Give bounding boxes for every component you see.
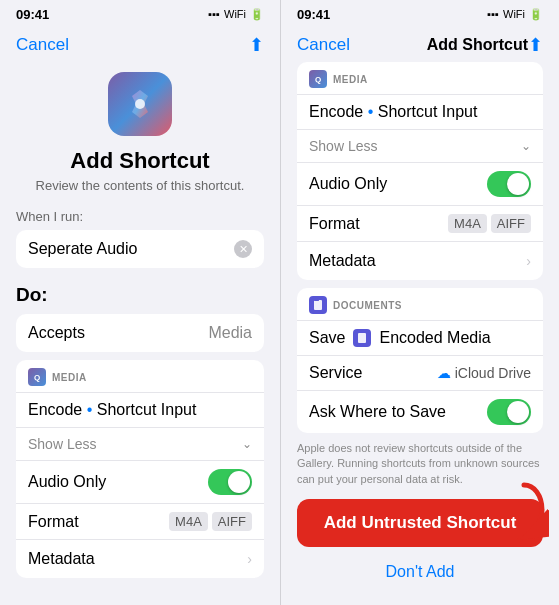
accepts-label: Accepts: [28, 324, 85, 342]
signal-icon: ▪▪▪: [208, 8, 220, 20]
left-cancel-button[interactable]: Cancel: [16, 34, 69, 56]
shortcuts-app-icon: [122, 86, 158, 122]
right-format-badge-m4a: M4A: [448, 214, 487, 233]
right-status-icons: ▪▪▪ WiFi 🔋: [487, 8, 543, 21]
disclaimer-text: Apple does not review shortcuts outside …: [297, 441, 543, 487]
shortcut-name-input[interactable]: [28, 240, 234, 258]
dont-add-button[interactable]: Don't Add: [281, 555, 559, 589]
left-title: Add Shortcut: [0, 148, 280, 174]
left-time: 09:41: [16, 7, 49, 22]
right-format-label: Format: [309, 215, 360, 233]
when-label: When I run:: [0, 209, 280, 224]
service-name: iCloud Drive: [455, 365, 531, 381]
dont-add-label: Don't Add: [386, 563, 455, 580]
wifi-icon: WiFi: [224, 8, 246, 20]
docs-section-label: DOCUMENTS: [333, 300, 402, 311]
shortcut-name-input-row: ✕: [16, 230, 264, 268]
icloud-icon: ☁: [437, 365, 451, 381]
right-audio-only-toggle[interactable]: [487, 171, 531, 197]
svg-rect-1: [314, 300, 322, 310]
right-battery-icon: 🔋: [529, 8, 543, 21]
left-show-less-text: Show Less: [28, 436, 96, 452]
right-media-badge-icon: Q: [309, 70, 327, 88]
right-time: 09:41: [297, 7, 330, 22]
save-text: Save: [309, 329, 345, 347]
save-encoded-icon: [353, 329, 371, 347]
left-audio-only-row: Audio Only: [16, 461, 264, 504]
accepts-row: Accepts Media: [16, 314, 264, 352]
left-format-label: Format: [28, 513, 79, 531]
right-encode-text: Encode: [309, 103, 363, 120]
right-format-row: Format M4A AIFF: [297, 206, 543, 242]
right-chevron-down-icon: ⌄: [521, 139, 531, 153]
docs-header: DOCUMENTS: [297, 288, 543, 321]
right-wifi-icon: WiFi: [503, 8, 525, 20]
left-encode-text: Encode: [28, 401, 82, 418]
service-value: ☁ iCloud Drive: [437, 365, 531, 381]
right-media-section: Q MEDIA Encode • Shortcut Input Show Les…: [297, 62, 543, 280]
left-metadata-chevron-icon: ›: [247, 551, 252, 567]
left-panel: 09:41 ▪▪▪ WiFi 🔋 Cancel ⬆: [0, 0, 280, 605]
right-show-less-row[interactable]: Show Less ⌄: [297, 130, 543, 163]
svg-rect-3: [358, 333, 366, 343]
add-untrusted-button[interactable]: Add Untrusted Shortcut: [297, 499, 543, 547]
svg-point-0: [135, 99, 145, 109]
add-untrusted-label: Add Untrusted Shortcut: [324, 513, 517, 532]
left-media-header: Q MEDIA: [16, 360, 264, 393]
right-nav-title: Add Shortcut: [427, 36, 528, 54]
left-metadata-row[interactable]: Metadata ›: [16, 540, 264, 578]
right-share-button[interactable]: ⬆: [528, 34, 543, 56]
left-format-badge-aiff: AIFF: [212, 512, 252, 531]
svg-rect-2: [314, 300, 319, 301]
right-signal-icon: ▪▪▪: [487, 8, 499, 20]
service-label: Service: [309, 364, 362, 382]
right-media-section-label: MEDIA: [333, 74, 368, 85]
app-icon-container: [0, 72, 280, 136]
left-nav: Cancel ⬆: [0, 28, 280, 62]
right-nav: Cancel Add Shortcut ⬆: [281, 28, 559, 62]
app-icon: [108, 72, 172, 136]
left-audio-only-toggle[interactable]: [208, 469, 252, 495]
right-media-header: Q MEDIA: [297, 62, 543, 95]
right-metadata-row[interactable]: Metadata ›: [297, 242, 543, 280]
right-format-badge-aiff: AIFF: [491, 214, 531, 233]
ask-where-toggle[interactable]: [487, 399, 531, 425]
right-metadata-label: Metadata: [309, 252, 376, 270]
left-media-section: Q MEDIA Encode • Shortcut Input Show Les…: [16, 360, 264, 578]
input-clear-button[interactable]: ✕: [234, 240, 252, 258]
right-cancel-button[interactable]: Cancel: [297, 35, 350, 55]
docs-icon-svg: [312, 299, 324, 311]
right-format-badges: M4A AIFF: [448, 214, 531, 233]
left-status-icons: ▪▪▪ WiFi 🔋: [208, 8, 264, 21]
left-encode-row: Encode • Shortcut Input: [16, 393, 264, 428]
right-audio-only-row: Audio Only: [297, 163, 543, 206]
right-content: Q MEDIA Encode • Shortcut Input Show Les…: [281, 62, 559, 605]
right-encode-row: Encode • Shortcut Input: [297, 95, 543, 130]
left-chevron-down-icon: ⌄: [242, 437, 252, 451]
left-share-button[interactable]: ⬆: [249, 34, 264, 56]
documents-section: DOCUMENTS Save Encoded Media Service ☁ i…: [297, 288, 543, 433]
right-status-bar: 09:41 ▪▪▪ WiFi 🔋: [281, 0, 559, 28]
right-show-less-text: Show Less: [309, 138, 377, 154]
right-audio-only-label: Audio Only: [309, 175, 387, 193]
ask-where-label: Ask Where to Save: [309, 403, 446, 421]
service-row: Service ☁ iCloud Drive: [297, 356, 543, 391]
save-row: Save Encoded Media: [297, 321, 543, 356]
right-panel: 09:41 ▪▪▪ WiFi 🔋 Cancel Add Shortcut ⬆ Q…: [280, 0, 559, 605]
left-show-less-row[interactable]: Show Less ⌄: [16, 428, 264, 461]
do-label: Do:: [0, 284, 280, 306]
left-media-badge-icon: Q: [28, 368, 46, 386]
docs-badge-icon: [309, 296, 327, 314]
left-status-bar: 09:41 ▪▪▪ WiFi 🔋: [0, 0, 280, 28]
left-toggle-knob: [228, 471, 250, 493]
left-format-badge-m4a: M4A: [169, 512, 208, 531]
left-shortcut-input: Shortcut Input: [97, 401, 197, 418]
left-media-section-label: MEDIA: [52, 372, 87, 383]
left-metadata-label: Metadata: [28, 550, 95, 568]
right-metadata-chevron-icon: ›: [526, 253, 531, 269]
accepts-value: Media: [208, 324, 252, 342]
ask-toggle-knob: [507, 401, 529, 423]
right-shortcut-input: Shortcut Input: [378, 103, 478, 120]
ask-where-row: Ask Where to Save: [297, 391, 543, 433]
left-audio-only-label: Audio Only: [28, 473, 106, 491]
